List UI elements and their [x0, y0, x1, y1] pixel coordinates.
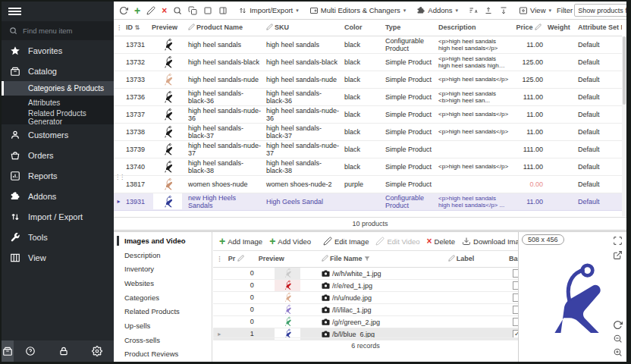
sidebar-item-categories-products[interactable]: Categories & Products [2, 81, 114, 96]
sidebar-item-favorites[interactable]: Favorites [2, 40, 114, 61]
position-cell[interactable]: 0 [226, 315, 256, 328]
collapse-all-button[interactable] [497, 5, 510, 17]
sku-cell[interactable]: high heel sandals-nude-36 [264, 105, 342, 123]
hamburger-menu-icon[interactable] [8, 6, 21, 17]
product-row[interactable]: 13732high heel sandals-blackhigh heel sa… [114, 53, 622, 71]
column-header-pr[interactable]: Pr [226, 251, 256, 267]
price-cell[interactable]: 111.00 [511, 158, 545, 175]
column-header-product-name[interactable]: Product Name [186, 20, 264, 36]
sidebar-item-customers[interactable]: Customers [2, 124, 114, 145]
filter-select[interactable]: Show products from selected categories ▾ [574, 4, 626, 17]
label-cell[interactable] [446, 315, 497, 328]
position-cell[interactable]: 0 [226, 279, 256, 291]
label-cell[interactable] [446, 291, 497, 303]
sku-cell[interactable]: high heel sandals [264, 36, 342, 53]
sidebar-item-import-export[interactable]: Import / Export [2, 206, 114, 227]
sidebar-item-view[interactable]: View [2, 247, 114, 268]
sku-cell[interactable]: high heel sandals-black [264, 53, 342, 71]
column-header-color[interactable]: Color [342, 20, 383, 36]
tab-images-and-video[interactable]: Images and Video [114, 234, 212, 248]
edit-image-button[interactable]: Edit Image [321, 235, 371, 247]
add-product-button[interactable]: + [132, 5, 143, 16]
tab-inventory[interactable]: Inventory [114, 262, 212, 276]
product-row[interactable]: 13738high heel sandals-black-37high heel… [114, 123, 622, 140]
sidebar-item-attributes[interactable]: Attributes [2, 96, 114, 110]
grid-corner-menu[interactable]: ⋮ [213, 251, 226, 267]
product-name-cell[interactable]: high heel sandals-black-38 [186, 158, 264, 175]
sku-cell[interactable]: high heel sandals-black-37 [264, 123, 342, 140]
column-header-type[interactable]: Type [383, 20, 436, 36]
column-header-preview[interactable]: Preview [149, 20, 186, 36]
product-row[interactable]: ▸13931new High Heels SandalsHigh Geels S… [114, 193, 622, 210]
sidebar-item-reports[interactable]: Reports [2, 165, 114, 186]
label-cell[interactable] [446, 279, 497, 291]
position-cell[interactable]: 0 [226, 303, 256, 315]
search-products-button[interactable] [171, 5, 184, 17]
sidebar-item-orders[interactable]: Orders [2, 145, 114, 165]
sku-cell[interactable]: high heel sandals-black-38 [264, 158, 342, 175]
product-row[interactable]: 13740high heel sandals-black-38high heel… [114, 158, 622, 175]
price-cell[interactable]: 11.00 [511, 123, 545, 140]
sidebar-item-tools[interactable]: Tools [2, 227, 114, 247]
product-name-cell[interactable]: high heel sandals-black [186, 53, 264, 71]
select-button[interactable] [201, 5, 215, 17]
gear-button[interactable] [80, 340, 114, 362]
sidebar-item-related-products-generator[interactable]: Related Products Generator [2, 110, 114, 124]
tab-websites[interactable]: Websites [114, 276, 212, 290]
column-header-id[interactable]: ID ⇅ [124, 20, 149, 36]
product-row[interactable]: 13817women shoes-nudewomen shoes-nude-2p… [114, 175, 622, 193]
price-cell[interactable]: 111.00 [511, 88, 545, 105]
product-name-cell[interactable]: high heel sandals-nude-36 [186, 105, 264, 123]
file-name-cell[interactable]: /n/u/nude.jpg [319, 291, 446, 303]
price-cell[interactable]: 125.00 [511, 71, 545, 88]
fullscreen-icon[interactable] [613, 236, 623, 246]
product-name-cell[interactable]: high heel sandals [186, 36, 264, 53]
edit-video-button[interactable]: Edit Video [373, 235, 422, 247]
tab-description[interactable]: Description [114, 248, 212, 262]
product-name-cell[interactable]: high heel sandals-nude [186, 71, 264, 88]
product-name-cell[interactable]: women shoes-nude [186, 175, 264, 193]
refresh-button[interactable] [117, 5, 130, 17]
tab-cross-sells[interactable]: Cross-sells [114, 333, 212, 347]
file-name-cell[interactable]: /g/r/green_2.jpg [319, 315, 446, 328]
product-name-cell[interactable]: high heel sandals-black-37 [186, 123, 264, 140]
open-external-icon[interactable] [613, 250, 623, 260]
price-cell[interactable]: 11.00 [511, 36, 545, 53]
download-image-button[interactable]: Download Image [460, 235, 518, 247]
product-row[interactable]: 13739high heel sandals-nude-37high heel … [114, 140, 622, 158]
tab-related-products[interactable]: Related Products [114, 304, 212, 318]
price-cell[interactable]: 11.00 [511, 193, 545, 210]
sku-cell[interactable]: High Geels Sandal [264, 193, 342, 210]
delete-button[interactable]: ×Delete [425, 236, 457, 247]
tab-product-reviews[interactable]: Product Reviews [114, 347, 212, 362]
sort-az-button[interactable] [466, 5, 480, 17]
product-name-cell[interactable]: new High Heels Sandals [186, 193, 264, 210]
menu-search-input[interactable]: Find menu item [2, 21, 114, 40]
product-row[interactable]: 13731high heel sandalshigh heel sandalsb… [114, 36, 622, 53]
file-name-cell[interactable]: /w/h/white_1.jpg [319, 267, 446, 279]
column-header-label[interactable]: Label [446, 251, 497, 267]
archive-button[interactable] [2, 340, 14, 362]
edit-product-button[interactable] [144, 5, 158, 17]
sidebar-item-addons[interactable]: Addons [2, 186, 114, 206]
column-header-weight[interactable]: Weight [545, 20, 576, 36]
add-video-button[interactable]: +Add Video [267, 236, 313, 247]
price-cell[interactable]: 0.00 [511, 175, 545, 193]
product-name-cell[interactable]: high heel sandals-black-36 [186, 88, 264, 105]
rotate-refresh-icon[interactable] [613, 320, 623, 330]
delete-product-button[interactable]: × [159, 5, 169, 16]
column-header-description[interactable]: Description [436, 20, 511, 36]
zoom-out-icon[interactable] [613, 334, 623, 344]
product-name-cell[interactable]: high heel sandals-nude-37 [186, 140, 264, 158]
file-name-cell[interactable]: /l/i/lilac_1.jpg [319, 303, 446, 315]
product-row[interactable]: 13736high heel sandals-black-36high heel… [114, 88, 622, 105]
grid-corner-menu[interactable]: ⋮ [114, 20, 124, 36]
price-cell[interactable]: 125.00 [511, 53, 545, 71]
column-header-preview[interactable]: Preview [256, 251, 319, 267]
position-cell[interactable]: 0 [226, 291, 256, 303]
sku-cell[interactable]: high heel sandals-nude [264, 71, 342, 88]
addons-dropdown[interactable]: Addons ▾ [414, 5, 460, 17]
sku-cell[interactable]: high heel sandals-black-36 [264, 88, 342, 105]
sidebar-item-catalog[interactable]: Catalog [2, 61, 114, 81]
import-export-dropdown[interactable]: Import/Export ▾ [236, 5, 301, 17]
